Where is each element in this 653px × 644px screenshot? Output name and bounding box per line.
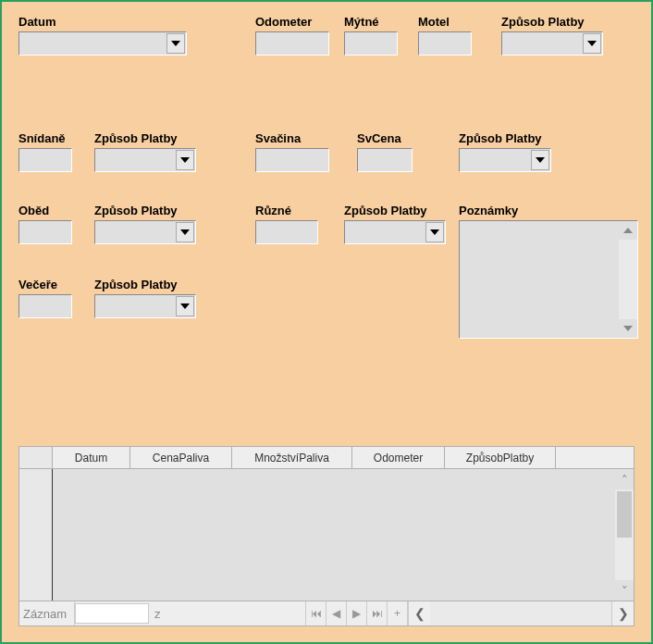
zpusob-platby-combo-5[interactable] bbox=[344, 220, 446, 244]
scroll-right-icon[interactable]: ❯ bbox=[611, 601, 634, 625]
mytne-input[interactable] bbox=[344, 31, 398, 56]
nav-first-icon[interactable]: ⏮ bbox=[306, 601, 326, 625]
ruzne-input[interactable] bbox=[255, 220, 318, 244]
label-zpusob-platby-2: Způsob Platby bbox=[94, 131, 196, 145]
obed-input[interactable] bbox=[18, 220, 72, 244]
nav-label: Záznam bbox=[19, 601, 75, 625]
vecere-input[interactable] bbox=[18, 294, 72, 318]
datum-combo[interactable] bbox=[18, 31, 187, 56]
grid-row-selector-header[interactable] bbox=[19, 447, 53, 468]
label-vecere: Večeře bbox=[18, 278, 72, 291]
label-mytne: Mýtné bbox=[344, 15, 398, 29]
chevron-down-icon[interactable] bbox=[166, 33, 185, 54]
poznamky-textarea[interactable] bbox=[459, 220, 638, 339]
label-svacina: Svačina bbox=[255, 131, 329, 145]
nav-buttons: ⏮ ◀ ▶ ⏭ + bbox=[306, 601, 408, 625]
label-odometer: Odometer bbox=[255, 15, 329, 29]
nav-of: z bbox=[149, 601, 306, 625]
label-ruzne: Různé bbox=[255, 204, 318, 217]
label-zpusob-platby-3: Způsob Platby bbox=[459, 131, 551, 145]
label-zpusob-platby-4: Způsob Platby bbox=[94, 204, 196, 217]
motel-input[interactable] bbox=[418, 31, 472, 56]
grid-col-odometer[interactable]: Odometer bbox=[352, 447, 445, 468]
form-area: Datum Odometer Mýtné Motel Způsob Platby… bbox=[2, 2, 651, 28]
scroll-up-icon[interactable]: ˄ bbox=[615, 469, 634, 489]
snidane-input[interactable] bbox=[18, 148, 72, 172]
zpusob-platby-combo-2[interactable] bbox=[94, 148, 196, 172]
scroll-down-icon[interactable] bbox=[619, 319, 637, 338]
subform-grid: Datum CenaPaliva MnožstvíPaliva Odometer… bbox=[18, 446, 635, 626]
chevron-down-icon[interactable] bbox=[425, 222, 444, 242]
chevron-down-icon[interactable] bbox=[176, 222, 194, 242]
scroll-up-icon[interactable] bbox=[619, 221, 637, 240]
form-window: Datum Odometer Mýtné Motel Způsob Platby… bbox=[0, 0, 653, 644]
zpusob-platby-combo-4[interactable] bbox=[94, 220, 196, 244]
scroll-down-icon[interactable]: ˅ bbox=[615, 580, 634, 601]
zpusob-platby-combo-1[interactable] bbox=[501, 31, 603, 56]
label-poznamky: Poznámky bbox=[459, 204, 638, 217]
svcena-input[interactable] bbox=[357, 148, 413, 172]
grid-data-area[interactable] bbox=[53, 469, 615, 601]
label-zpusob-platby-1: Způsob Platby bbox=[501, 15, 603, 29]
grid-col-filler bbox=[556, 447, 634, 468]
label-obed: Oběd bbox=[18, 204, 72, 217]
label-datum: Datum bbox=[18, 15, 187, 29]
grid-header: Datum CenaPaliva MnožstvíPaliva Odometer… bbox=[19, 447, 634, 469]
chevron-down-icon[interactable] bbox=[176, 296, 194, 316]
nav-next-icon[interactable]: ▶ bbox=[347, 601, 367, 625]
scroll-left-icon[interactable]: ❮ bbox=[408, 601, 430, 625]
grid-body: ˄ ˅ bbox=[19, 469, 634, 601]
nav-record-number[interactable] bbox=[75, 603, 149, 624]
label-svcena: SvCena bbox=[357, 131, 413, 145]
grid-scrollbar-horizontal[interactable]: ❮ ❯ bbox=[408, 601, 634, 625]
grid-row-selector-column[interactable] bbox=[19, 469, 53, 601]
grid-col-mnozstvipaliva[interactable]: MnožstvíPaliva bbox=[232, 447, 352, 468]
nav-prev-icon[interactable]: ◀ bbox=[326, 601, 347, 625]
nav-last-icon[interactable]: ⏭ bbox=[367, 601, 388, 625]
svacina-input[interactable] bbox=[255, 148, 329, 172]
label-motel: Motel bbox=[418, 15, 472, 29]
odometer-input[interactable] bbox=[255, 31, 329, 56]
chevron-down-icon[interactable] bbox=[176, 150, 194, 170]
chevron-down-icon[interactable] bbox=[531, 150, 549, 170]
zpusob-platby-combo-3[interactable] bbox=[459, 148, 551, 172]
label-snidane: Snídaně bbox=[18, 131, 72, 145]
record-navigator: Záznam z ⏮ ◀ ▶ ⏭ + ❮ ❯ bbox=[19, 601, 634, 625]
grid-col-datum[interactable]: Datum bbox=[53, 447, 130, 468]
scroll-track[interactable] bbox=[430, 601, 611, 625]
grid-col-zpusobplatby[interactable]: ZpůsobPlatby bbox=[445, 447, 556, 468]
grid-scrollbar-vertical[interactable]: ˄ ˅ bbox=[615, 469, 634, 601]
scrollbar-vertical[interactable] bbox=[619, 221, 637, 338]
scroll-thumb[interactable] bbox=[617, 491, 632, 538]
chevron-down-icon[interactable] bbox=[583, 33, 601, 54]
zpusob-platby-combo-6[interactable] bbox=[94, 294, 196, 318]
label-zpusob-platby-6: Způsob Platby bbox=[94, 278, 196, 291]
label-zpusob-platby-5: Způsob Platby bbox=[344, 204, 446, 217]
nav-new-icon[interactable]: + bbox=[388, 601, 408, 625]
grid-col-cenapaliva[interactable]: CenaPaliva bbox=[130, 447, 232, 468]
